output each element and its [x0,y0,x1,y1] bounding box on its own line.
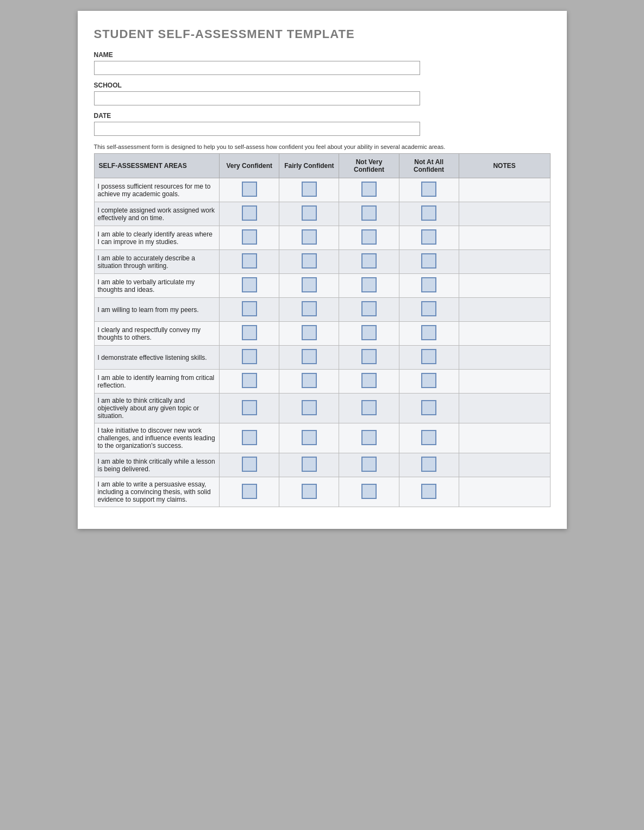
checkbox-not-at-all[interactable] [421,373,436,388]
checkbox-fairly-confident[interactable] [302,229,317,245]
assessment-table: SELF-ASSESSMENT AREAS Very Confident Fai… [94,153,551,507]
checkbox-fairly-confident[interactable] [302,457,317,472]
check-cell-not-very [339,394,399,423]
checkbox-not-very[interactable] [361,325,377,340]
check-cell-very-confident [220,250,279,274]
check-cell-fairly-confident [279,298,339,322]
checkbox-very-confident[interactable] [242,457,257,472]
check-cell-fairly-confident [279,178,339,202]
check-cell-not-at-all [399,250,459,274]
checkbox-very-confident[interactable] [242,277,257,292]
check-cell-not-at-all [399,202,459,226]
checkbox-not-very[interactable] [361,229,377,245]
notes-cell [459,423,550,453]
checkbox-not-at-all[interactable] [421,457,436,472]
check-cell-not-at-all [399,346,459,370]
check-cell-fairly-confident [279,250,339,274]
check-cell-not-at-all [399,274,459,298]
checkbox-very-confident[interactable] [242,182,257,197]
checkbox-not-at-all[interactable] [421,484,436,499]
checkbox-very-confident[interactable] [242,253,257,269]
checkbox-very-confident[interactable] [242,301,257,316]
checkbox-fairly-confident[interactable] [302,205,317,221]
check-cell-not-at-all [399,322,459,346]
checkbox-fairly-confident[interactable] [302,325,317,340]
check-cell-very-confident [220,274,279,298]
check-cell-not-very [339,298,399,322]
check-cell-fairly-confident [279,346,339,370]
check-cell-not-at-all [399,178,459,202]
checkbox-fairly-confident[interactable] [302,400,317,415]
checkbox-not-at-all[interactable] [421,253,436,269]
notes-cell [459,178,550,202]
check-cell-not-at-all [399,423,459,453]
table-row: I demonstrate effective listening skills… [94,346,550,370]
check-cell-very-confident [220,477,279,507]
checkbox-fairly-confident[interactable] [302,373,317,388]
table-row: I am able to think critically and object… [94,394,550,423]
check-cell-not-very [339,453,399,477]
col-header-area: SELF-ASSESSMENT AREAS [94,154,220,178]
check-cell-very-confident [220,322,279,346]
notes-cell [459,202,550,226]
date-label: DATE [94,112,551,120]
checkbox-not-very[interactable] [361,400,377,415]
checkbox-not-very[interactable] [361,253,377,269]
date-input[interactable] [94,122,420,136]
form-description: This self-assessment form is designed to… [94,143,551,150]
checkbox-not-very[interactable] [361,430,377,445]
checkbox-very-confident[interactable] [242,484,257,499]
checkbox-not-at-all[interactable] [421,277,436,292]
area-cell: I complete assigned work assigned work e… [94,202,220,226]
checkbox-fairly-confident[interactable] [302,253,317,269]
checkbox-very-confident[interactable] [242,205,257,221]
checkbox-not-at-all[interactable] [421,430,436,445]
checkbox-very-confident[interactable] [242,325,257,340]
checkbox-not-very[interactable] [361,349,377,364]
table-row: I clearly and respectfully convey my tho… [94,322,550,346]
checkbox-not-at-all[interactable] [421,205,436,221]
checkbox-fairly-confident[interactable] [302,182,317,197]
checkbox-very-confident[interactable] [242,349,257,364]
checkbox-not-at-all[interactable] [421,325,436,340]
check-cell-not-at-all [399,226,459,250]
notes-cell [459,477,550,507]
checkbox-fairly-confident[interactable] [302,484,317,499]
check-cell-very-confident [220,226,279,250]
checkbox-not-at-all[interactable] [421,229,436,245]
check-cell-very-confident [220,178,279,202]
check-cell-not-at-all [399,453,459,477]
table-row: I complete assigned work assigned work e… [94,202,550,226]
check-cell-not-very [339,226,399,250]
checkbox-very-confident[interactable] [242,373,257,388]
area-cell: I am able to clearly identify areas wher… [94,226,220,250]
checkbox-very-confident[interactable] [242,400,257,415]
area-cell: I am able to accurately describe a situa… [94,250,220,274]
check-cell-fairly-confident [279,370,339,394]
checkbox-not-very[interactable] [361,277,377,292]
checkbox-not-very[interactable] [361,301,377,316]
name-input[interactable] [94,61,420,75]
school-input[interactable] [94,91,420,105]
check-cell-not-very [339,274,399,298]
check-cell-fairly-confident [279,394,339,423]
checkbox-not-at-all[interactable] [421,182,436,197]
area-cell: I take initiative to discover new work c… [94,423,220,453]
checkbox-not-at-all[interactable] [421,400,436,415]
checkbox-fairly-confident[interactable] [302,277,317,292]
checkbox-fairly-confident[interactable] [302,349,317,364]
checkbox-not-very[interactable] [361,205,377,221]
checkbox-fairly-confident[interactable] [302,430,317,445]
checkbox-not-at-all[interactable] [421,301,436,316]
checkbox-not-very[interactable] [361,373,377,388]
checkbox-very-confident[interactable] [242,229,257,245]
check-cell-not-very [339,370,399,394]
checkbox-not-at-all[interactable] [421,349,436,364]
checkbox-fairly-confident[interactable] [302,301,317,316]
checkbox-not-very[interactable] [361,457,377,472]
notes-cell [459,250,550,274]
check-cell-not-at-all [399,477,459,507]
checkbox-not-very[interactable] [361,182,377,197]
checkbox-not-very[interactable] [361,484,377,499]
checkbox-very-confident[interactable] [242,430,257,445]
